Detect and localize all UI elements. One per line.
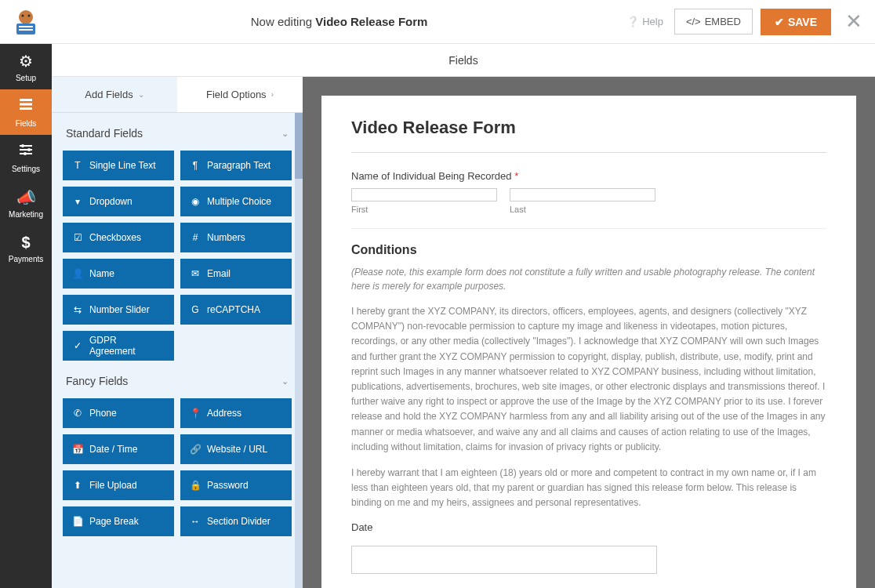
nav-label: Marketing: [9, 210, 43, 219]
field-label: Page Break: [89, 516, 139, 527]
name-field-label: Name of Individual Being Recorded *: [351, 170, 826, 182]
top-bar: Now editing Video Release Form ❔ Help </…: [0, 0, 875, 44]
svg-point-12: [27, 148, 31, 151]
dollar-icon: $: [21, 234, 30, 252]
section-title: Standard Fields: [66, 127, 143, 140]
editing-title: Now editing Video Release Form: [52, 15, 626, 28]
first-name-input[interactable]: [351, 188, 497, 201]
field-file-upload[interactable]: ⬆File Upload: [63, 470, 174, 500]
field-checkboxes[interactable]: ☑Checkboxes: [63, 223, 174, 252]
bullhorn-icon: 📣: [16, 188, 36, 207]
field-paragraph-text[interactable]: ¶Paragraph Text: [180, 151, 292, 180]
panel-body[interactable]: Standard Fields ⌄ TSingle Line Text ¶Par…: [52, 113, 303, 588]
nav-marketing[interactable]: 📣 Marketing: [0, 180, 52, 226]
field-label: Checkboxes: [89, 232, 141, 243]
svg-rect-7: [20, 103, 32, 106]
field-name[interactable]: 👤Name: [63, 259, 174, 289]
save-button[interactable]: ✔ SAVE: [761, 9, 831, 35]
upload-icon: ⬆: [72, 480, 83, 491]
scrollbar-thumb[interactable]: [295, 113, 303, 179]
tab-label: Add Fields: [85, 89, 133, 100]
svg-point-10: [21, 144, 24, 147]
divider-icon: ↔: [190, 516, 201, 527]
paragraph-icon: ¶: [190, 160, 201, 171]
field-phone[interactable]: ✆Phone: [63, 398, 174, 428]
field-label: Single Line Text: [89, 160, 156, 171]
field-label: Email: [207, 268, 231, 279]
sliders-icon: [18, 142, 34, 162]
field-date-time[interactable]: 📅Date / Time: [63, 434, 174, 464]
field-label: Numbers: [207, 232, 245, 243]
field-label: Name: [89, 268, 114, 279]
subheader: Fields: [52, 44, 875, 77]
nav-fields[interactable]: Fields: [0, 89, 52, 135]
field-label: Number Slider: [89, 304, 150, 315]
field-label: Multiple Choice: [207, 196, 271, 207]
divider: [351, 228, 826, 229]
date-field-label: Date: [351, 521, 826, 533]
help-icon: ❔: [626, 16, 639, 27]
form-title: Video Release Form: [351, 118, 826, 153]
section-fancy-fields[interactable]: Fancy Fields ⌄: [63, 361, 292, 398]
svg-point-0: [19, 10, 33, 24]
chevron-right-icon: ›: [271, 90, 274, 99]
field-section-divider[interactable]: ↔Section Divider: [180, 506, 292, 536]
svg-point-2: [28, 14, 31, 16]
svg-rect-8: [20, 107, 32, 110]
tab-add-fields[interactable]: Add Fields ⌄: [52, 77, 177, 112]
nav-payments[interactable]: $ Payments: [0, 226, 52, 271]
svg-rect-5: [19, 29, 33, 31]
field-number-slider[interactable]: ⇆Number Slider: [63, 295, 174, 325]
conditions-paragraph-2: I hereby warrant that I am eighteen (18)…: [351, 466, 826, 511]
field-label: Date / Time: [89, 444, 137, 455]
field-password[interactable]: 🔒Password: [180, 470, 292, 500]
help-link[interactable]: ❔ Help: [626, 16, 663, 27]
envelope-icon: ✉: [190, 268, 201, 279]
field-address[interactable]: 📍Address: [180, 398, 292, 428]
nav-label: Payments: [9, 255, 43, 263]
field-label: Website / URL: [207, 444, 267, 455]
tab-field-options[interactable]: Field Options ›: [177, 77, 303, 112]
field-email[interactable]: ✉Email: [180, 259, 292, 289]
editing-prefix: Now editing: [251, 15, 316, 28]
embed-icon: </>: [686, 16, 701, 27]
field-single-line-text[interactable]: TSingle Line Text: [63, 151, 174, 180]
gear-icon: ⚙: [19, 52, 33, 71]
field-gdpr[interactable]: ✓GDPR Agreement: [63, 331, 174, 361]
nav-settings[interactable]: Settings: [0, 135, 52, 180]
section-standard-fields[interactable]: Standard Fields ⌄: [63, 113, 292, 151]
field-page-break[interactable]: 📄Page Break: [63, 506, 174, 536]
field-recaptcha[interactable]: GreCAPTCHA: [180, 295, 292, 325]
help-label: Help: [642, 16, 663, 27]
nav-label: Setup: [16, 74, 36, 82]
field-dropdown[interactable]: ▾Dropdown: [63, 187, 174, 216]
app-logo: [0, 0, 52, 44]
field-multiple-choice[interactable]: ◉Multiple Choice: [180, 187, 292, 216]
save-label: SAVE: [788, 16, 817, 28]
form-canvas[interactable]: Video Release Form Name of Individual Be…: [321, 96, 856, 588]
field-label: Address: [207, 408, 241, 419]
svg-point-14: [24, 152, 27, 155]
nav-label: Fields: [16, 119, 37, 128]
field-numbers[interactable]: #Numbers: [180, 223, 292, 252]
radio-icon: ◉: [190, 196, 201, 207]
field-label: File Upload: [89, 480, 137, 491]
embed-button[interactable]: </> EMBED: [674, 9, 753, 34]
standard-fields-grid: TSingle Line Text ¶Paragraph Text ▾Dropd…: [63, 151, 292, 361]
fields-icon: [18, 96, 34, 116]
last-name-input[interactable]: [510, 188, 655, 201]
fields-panel: Add Fields ⌄ Field Options › Standard Fi…: [52, 77, 303, 588]
required-asterisk: *: [512, 170, 519, 182]
date-input[interactable]: [351, 546, 657, 574]
field-label: Password: [207, 480, 249, 491]
scrollbar-track: [295, 113, 303, 588]
field-label: reCAPTCHA: [207, 304, 260, 315]
check-icon: ✔: [775, 16, 784, 28]
chevron-down-icon: ⌄: [281, 129, 289, 139]
close-button[interactable]: ✕: [845, 9, 862, 34]
field-label: Dropdown: [89, 196, 133, 207]
first-sublabel: First: [351, 205, 497, 214]
phone-icon: ✆: [72, 408, 83, 419]
field-website-url[interactable]: 🔗Website / URL: [180, 434, 292, 464]
nav-setup[interactable]: ⚙ Setup: [0, 44, 52, 89]
